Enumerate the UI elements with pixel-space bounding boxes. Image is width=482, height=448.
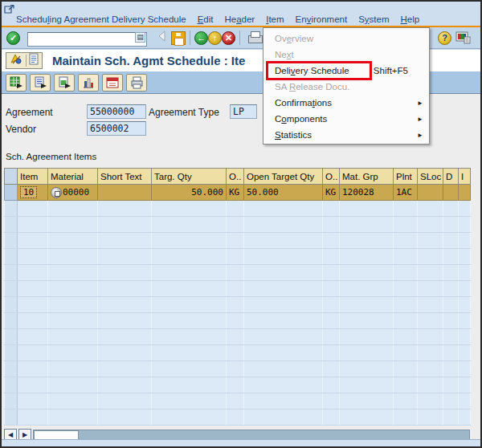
print-button[interactable] [247,31,262,44]
menu-item-environment[interactable]: Environment [290,14,353,24]
col-oun1[interactable]: O.. [227,169,244,185]
cell-material[interactable]: 00000 [48,185,98,201]
col-targ-qty[interactable]: Targ. Qty [152,169,227,185]
window-top-strip [2,2,480,12]
form-area: Agreement 55000000 Agreement Type LP Ven… [2,94,480,446]
select-all-header[interactable] [5,169,18,185]
menu-item-help[interactable]: Help [394,14,425,24]
cell-oun1[interactable]: KG [227,185,244,201]
question-icon: ? [442,33,447,43]
menu-option-components[interactable]: Components ► [263,111,429,127]
back-triangle-icon[interactable] [157,30,166,46]
cell-oun2[interactable]: KG [323,185,340,201]
shortcut-label: Shift+F5 [374,66,429,75]
menu-option-confirmations[interactable]: Confirmations ► [263,95,429,111]
statistics-button[interactable] [78,74,99,92]
cell-item[interactable]: 10 [18,185,48,201]
command-field-wrap: ▤ [27,31,147,45]
col-plnt[interactable]: Plnt [394,169,418,185]
green-grid-icon [10,76,23,89]
icon-divider [26,55,27,67]
cell-open-target-qty[interactable]: 50.000 [244,185,323,201]
toolbar-separator [190,31,190,45]
scroll-left-icon: ◀ [8,431,13,438]
items-table: Item Material Short Text Targ. Qty O.. O… [4,168,471,426]
cell-mat-grp[interactable]: 120028 [340,185,394,201]
menu-option-delivery-schedule[interactable]: Delivery Schedule Shift+F5 ► [263,63,429,79]
schedule-lines-button[interactable] [54,74,75,92]
overview-page-icon[interactable] [29,53,39,68]
col-short-text[interactable]: Short Text [98,169,152,185]
exit-button[interactable]: ↑ [208,31,222,45]
page-green-icon [58,76,71,89]
cell-plnt[interactable]: 1AC [394,185,418,201]
help-button[interactable]: ? [438,31,451,45]
row-select-cell[interactable] [5,185,18,201]
table-body: 10 00000 50.000 KG 50.000 KG 120028 [5,185,471,426]
agreement-label: Agreement [6,107,53,118]
status-bar [2,439,480,446]
item-overview-button[interactable] [6,74,27,92]
menu-item-system[interactable]: System [353,14,394,24]
print-schedule-button[interactable] [126,74,147,92]
table-row-empty [5,281,471,297]
col-open-target-qty[interactable]: Open Target Qty [244,169,323,185]
menu-option-overview: Overview ► [263,31,429,47]
title-icon-box [6,52,43,69]
scroll-right-icon: ▶ [22,431,27,438]
col-item[interactable]: Item [18,169,48,185]
agreement-field[interactable]: 55000000 [87,104,146,119]
col-d[interactable]: D [443,169,459,185]
cell-i[interactable] [459,185,471,201]
menu-item-edit[interactable]: Edit [192,14,219,24]
col-mat-grp[interactable]: Mat. Grp [340,169,394,185]
table-row-selected: 10 00000 50.000 KG 50.000 KG 120028 [5,185,471,201]
customize-layout-button[interactable] [455,31,471,44]
submenu-arrow-icon: ► [417,100,423,107]
submenu-arrow-icon: ► [417,132,423,139]
printer-icon [130,76,144,89]
item-details-button[interactable] [30,74,51,92]
submenu-arrow-icon: ► [417,116,423,123]
check-icon: ✓ [10,33,17,43]
col-oun2[interactable]: O.. [323,169,340,185]
menu-option-statistics[interactable]: Statistics ► [263,127,429,143]
cell-targ-qty[interactable]: 50.000 [152,185,227,201]
cancel-button[interactable]: ✕ [222,31,235,45]
items-section-title: Sch. Agreement Items [6,152,96,161]
enter-button[interactable]: ✓ [6,31,20,45]
exit-arrow-icon: ↑ [213,33,218,43]
agreement-type-field[interactable]: LP [230,104,257,119]
command-input[interactable] [27,32,147,47]
bar-chart-icon [82,76,95,89]
col-sloc[interactable]: SLoc [418,169,443,185]
menu-item-scheduling-agreement-delivery-schedule[interactable]: Scheduling Agreement Delivery Schedule [16,14,192,24]
vendor-label: Vendor [6,124,36,135]
table-header-row: Item Material Short Text Targ. Qty O.. O… [5,169,471,185]
vendor-field[interactable]: 6500002 [87,121,146,136]
cell-short-text[interactable] [98,185,152,201]
table-row-empty [5,377,471,393]
back-arrow-icon: ← [197,33,206,43]
page-title: Maintain Sch. Agmt Schedule : Ite [52,54,245,67]
back-button[interactable]: ← [194,31,208,45]
display-change-icon[interactable] [10,53,22,68]
cell-sloc[interactable] [418,185,443,201]
calendar-icon [106,76,119,89]
cell-d[interactable] [443,185,459,201]
save-button[interactable] [171,31,186,45]
col-material[interactable]: Material [48,169,98,185]
table-row-empty [5,361,471,377]
scrollbar-thumb[interactable] [34,430,79,440]
material-detail-icon[interactable] [51,187,62,198]
menu-item-item[interactable]: Item [260,14,289,24]
col-i[interactable]: I [459,169,471,185]
table-row-empty [5,345,471,361]
table-row-empty [5,297,471,313]
table-row-empty [5,313,471,329]
page-lines-icon [34,76,47,89]
table-row-empty [5,393,471,409]
menu-item-header[interactable]: Header [219,14,260,24]
command-dropdown-icon[interactable]: ▤ [135,32,145,43]
delivery-schedule-button[interactable] [102,74,123,92]
